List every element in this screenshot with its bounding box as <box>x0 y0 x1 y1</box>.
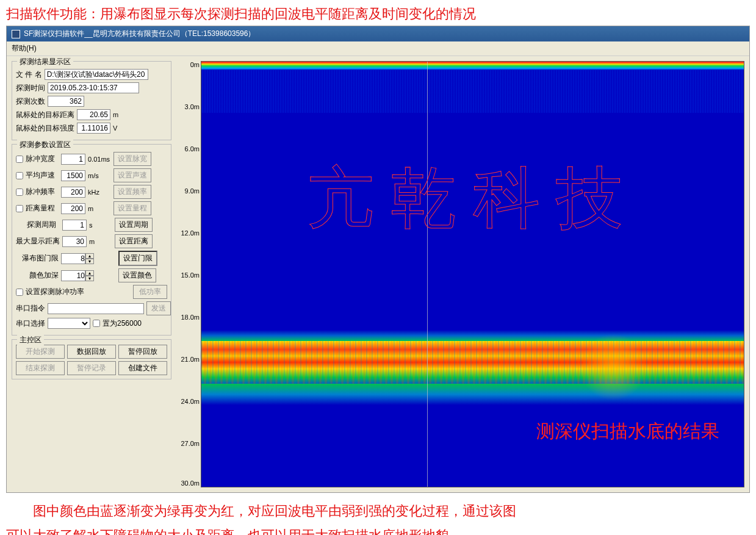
waterfall-area: 0m 3.0m 6.0m 9.0m 12.0m 15.0m 18.0m 21.0… <box>176 61 744 487</box>
axis-tick: 15.0m <box>181 271 200 279</box>
pulse-freq-label: 脉冲频率 <box>26 187 59 197</box>
detect-count-value: 362 <box>48 96 84 107</box>
end-detect-button[interactable]: 结束探测 <box>16 361 65 375</box>
control-group-title: 主控区 <box>17 335 44 345</box>
seabed-echo-band <box>201 341 744 384</box>
axis-tick: 21.0m <box>181 356 200 363</box>
menu-help[interactable]: 帮助(H) <box>12 44 37 52</box>
pause-replay-button[interactable]: 暂停回放 <box>118 345 167 359</box>
annotation-bottom-line2: 可以大致了解水下障碍物的大小及距离，也可以用于大致扫描水底地形地貌。 <box>6 528 463 535</box>
depth-axis: 0m 3.0m 6.0m 9.0m 12.0m 15.0m 18.0m 21.0… <box>176 61 201 487</box>
titlebar[interactable]: SF测深仪扫描软件__昆明亢乾科技有限责任公司（TEL:15398603596） <box>7 26 749 41</box>
set-pulse-freq-button[interactable]: 设置频率 <box>113 185 151 199</box>
low-power-button[interactable]: 低功率 <box>133 285 167 299</box>
pulse-width-field[interactable] <box>61 154 85 165</box>
down-arrow-icon[interactable]: ▼ <box>85 276 94 281</box>
up-arrow-icon[interactable]: ▲ <box>85 253 94 259</box>
pulse-width-unit: 0.01ms <box>88 156 111 163</box>
detect-time-label: 探测时间 <box>16 83 45 93</box>
set256000-label: 置为256000 <box>103 318 142 329</box>
results-group-title: 探测结果显示区 <box>17 57 73 67</box>
serial-select-combo[interactable] <box>48 318 90 329</box>
avg-speed-check[interactable] <box>16 172 23 179</box>
range-unit: m <box>88 205 111 212</box>
file-name-field[interactable] <box>45 69 148 80</box>
seabed-leading-edge <box>201 330 744 341</box>
detect-time-field[interactable] <box>48 82 139 93</box>
set-max-display-button[interactable]: 设置距离 <box>115 234 153 248</box>
pulse-width-check[interactable] <box>16 156 23 163</box>
send-button[interactable]: 发送 <box>146 301 171 315</box>
axis-tick: 6.0m <box>185 145 200 153</box>
overlay-caption: 测深仪扫描水底的结果 <box>536 419 719 444</box>
menubar: 帮助(H) <box>7 41 749 56</box>
axis-tick: 30.0m <box>181 479 200 487</box>
set-pulse-power-label: 设置探测脉冲功率 <box>26 287 84 297</box>
axis-tick: 18.0m <box>181 314 200 321</box>
axis-tick: 12.0m <box>181 229 200 237</box>
file-name-label: 文 件 名 <box>16 70 42 80</box>
app-icon <box>12 30 20 38</box>
annotation-top: 扫描软件功能：用瀑布图显示每次探测扫描的回波电平随距离及时间变化的情况 <box>0 0 756 26</box>
serial-cmd-label: 串口指令 <box>16 303 45 314</box>
max-display-label: 最大显示距离 <box>16 236 60 246</box>
near-surface-noise <box>201 70 744 113</box>
cursor-intensity-unit: V <box>113 124 117 132</box>
axis-tick: 24.0m <box>181 398 200 405</box>
pulse-width-label: 脉冲宽度 <box>26 154 59 164</box>
down-arrow-icon[interactable]: ▼ <box>85 259 94 264</box>
set-color-button[interactable]: 设置颜色 <box>118 268 156 282</box>
range-field[interactable] <box>61 203 85 214</box>
set256000-check[interactable] <box>93 320 100 327</box>
range-label: 距离量程 <box>26 203 59 214</box>
period-unit: s <box>89 221 112 229</box>
set-period-button[interactable]: 设置周期 <box>115 218 153 232</box>
gate-value[interactable] <box>61 253 85 264</box>
client-area: 探测结果显示区 文 件 名 探测时间 探测次数 362 鼠标处的目标距离 20.… <box>7 56 749 492</box>
app-window: SF测深仪扫描软件__昆明亢乾科技有限责任公司（TEL:15398603596）… <box>6 26 750 493</box>
cursor-intensity-label: 鼠标处的目标强度 <box>16 123 74 134</box>
color-depth-value[interactable] <box>61 270 85 281</box>
set-range-button[interactable]: 设置量程 <box>113 201 151 215</box>
range-check[interactable] <box>16 205 23 212</box>
set-gate-button[interactable]: 设置门限 <box>118 251 157 266</box>
avg-speed-label: 平均声速 <box>26 170 59 181</box>
params-group-title: 探测参数设置区 <box>17 140 73 150</box>
cursor-distance-unit: m <box>113 111 118 118</box>
window-title: SF测深仪扫描软件__昆明亢乾科技有限责任公司（TEL:15398603596） <box>24 29 255 39</box>
waterfall-plot[interactable]: 亢乾科技 测深仪扫描水底的结果 <box>201 61 744 487</box>
params-group: 探测参数设置区 脉冲宽度 0.01ms 设置脉宽 平均声速 m/s 设置声速 <box>12 144 171 336</box>
annotation-bottom-line1: 图中颜色由蓝逐渐变为绿再变为红，对应回波电平由弱到强的变化过程，通过该图 <box>33 503 516 519</box>
cursor-distance-value: 20.65 <box>77 109 110 120</box>
create-file-button[interactable]: 创建文件 <box>118 361 167 375</box>
max-display-field[interactable] <box>62 236 87 247</box>
gate-stepper[interactable]: ▲▼ <box>61 253 94 264</box>
seabed-disturbance <box>580 334 647 401</box>
axis-tick: 3.0m <box>185 103 200 110</box>
period-field[interactable] <box>62 220 87 231</box>
set-pulse-power-check[interactable] <box>16 289 23 296</box>
results-group: 探测结果显示区 文 件 名 探测时间 探测次数 362 鼠标处的目标距离 20.… <box>12 61 171 140</box>
period-label: 探测周期 <box>27 220 60 230</box>
color-depth-stepper[interactable]: ▲▼ <box>61 270 94 281</box>
start-detect-button[interactable]: 开始探测 <box>16 345 65 359</box>
annotation-bottom: 图中颜色由蓝逐渐变为绿再变为红，对应回波电平由弱到强的变化过程，通过该图 可以大… <box>0 493 756 535</box>
surface-echo-band <box>201 62 744 70</box>
axis-tick: 9.0m <box>185 187 200 195</box>
avg-speed-field[interactable] <box>61 170 85 181</box>
set-avg-speed-button[interactable]: 设置声速 <box>113 168 151 182</box>
cursor-vertical-line <box>427 62 428 487</box>
axis-tick: 27.0m <box>181 440 200 447</box>
max-display-unit: m <box>89 238 112 245</box>
left-panel: 探测结果显示区 文 件 名 探测时间 探测次数 362 鼠标处的目标距离 20.… <box>12 61 171 487</box>
up-arrow-icon[interactable]: ▲ <box>85 270 94 276</box>
set-pulse-width-button[interactable]: 设置脉宽 <box>113 152 151 166</box>
pulse-freq-check[interactable] <box>16 189 23 196</box>
control-group: 主控区 开始探测 数据回放 暂停回放 结束探测 暂停记录 创建文件 <box>12 339 171 379</box>
pause-record-button[interactable]: 暂停记录 <box>67 361 116 375</box>
pulse-freq-field[interactable] <box>61 187 85 198</box>
serial-cmd-field[interactable] <box>48 303 144 314</box>
data-replay-button[interactable]: 数据回放 <box>67 345 116 359</box>
cursor-distance-label: 鼠标处的目标距离 <box>16 110 74 120</box>
avg-speed-unit: m/s <box>88 172 111 179</box>
